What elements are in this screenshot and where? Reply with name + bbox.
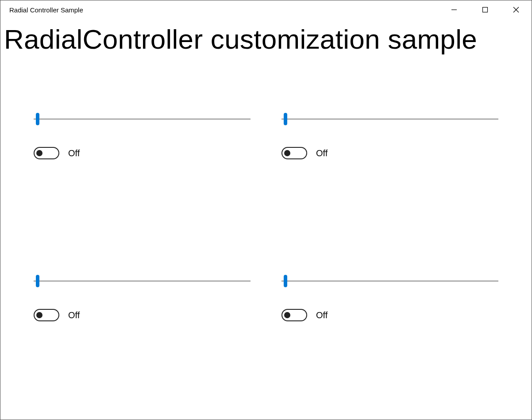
toggle-switch-0[interactable]: [34, 147, 59, 159]
control-cell-1: Off: [281, 112, 498, 159]
toggle-knob: [284, 150, 290, 156]
maximize-icon: [482, 7, 488, 13]
toggle-knob: [284, 312, 290, 318]
toggle-switch-3[interactable]: [281, 309, 307, 321]
window-controls: [439, 0, 532, 19]
toggle-switch-1[interactable]: [281, 147, 307, 159]
slider-thumb[interactable]: [284, 113, 287, 125]
toggle-label-3: Off: [316, 310, 328, 320]
slider-0[interactable]: [34, 112, 251, 126]
toggle-row-0: Off: [34, 147, 251, 159]
slider-track: [281, 119, 498, 120]
control-cell-0: Off: [34, 112, 251, 159]
controls-grid: Off Off Off: [0, 55, 532, 348]
slider-3[interactable]: [281, 274, 498, 288]
toggle-label-0: Off: [68, 148, 80, 158]
slider-track: [281, 281, 498, 282]
control-cell-2: Off: [34, 274, 251, 321]
toggle-label-1: Off: [316, 148, 328, 158]
toggle-knob: [36, 312, 42, 318]
toggle-switch-2[interactable]: [34, 309, 59, 321]
minimize-icon: [451, 7, 457, 13]
slider-2[interactable]: [34, 274, 251, 288]
slider-thumb[interactable]: [284, 275, 287, 287]
slider-track: [34, 119, 251, 120]
minimize-button[interactable]: [439, 0, 470, 19]
control-cell-3: Off: [281, 274, 498, 321]
slider-1[interactable]: [281, 112, 498, 126]
slider-thumb[interactable]: [36, 113, 39, 125]
titlebar: Radial Controller Sample: [0, 0, 532, 19]
toggle-row-2: Off: [34, 309, 251, 321]
toggle-row-3: Off: [281, 309, 498, 321]
svg-rect-1: [483, 8, 488, 12]
toggle-knob: [36, 150, 42, 156]
window-title: Radial Controller Sample: [9, 6, 83, 14]
toggle-label-2: Off: [68, 310, 80, 320]
slider-thumb[interactable]: [36, 275, 39, 287]
toggle-row-1: Off: [281, 147, 498, 159]
maximize-button[interactable]: [470, 0, 501, 19]
slider-track: [34, 281, 251, 282]
page-title: RadialController customization sample: [0, 19, 532, 55]
close-button[interactable]: [501, 0, 532, 19]
close-icon: [513, 7, 519, 13]
